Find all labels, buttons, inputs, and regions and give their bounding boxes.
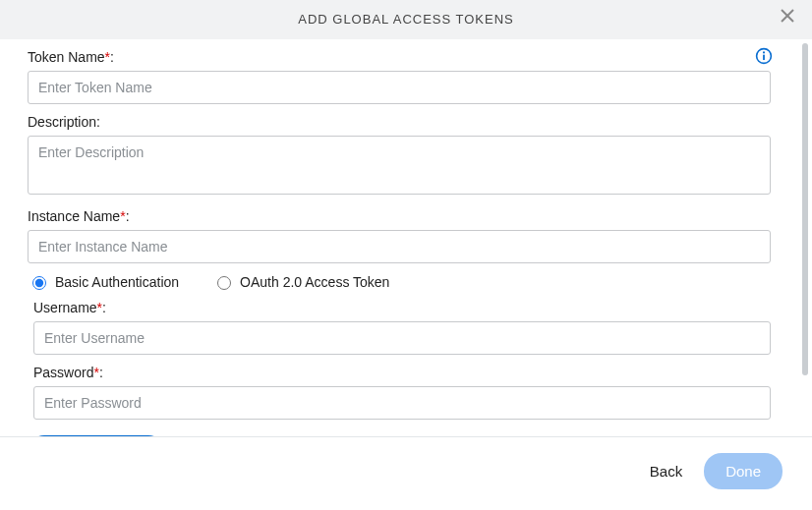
back-button[interactable]: Back (646, 457, 686, 485)
token-name-input[interactable] (28, 71, 771, 104)
instance-name-input[interactable] (28, 230, 771, 263)
username-input[interactable] (33, 321, 771, 355)
instance-name-row: Instance Name*: (28, 208, 771, 263)
form-scroll-area: Token Name*: Description: Instance Name*… (0, 39, 798, 436)
dialog-title: ADD GLOBAL ACCESS TOKENS (298, 12, 514, 27)
close-icon (780, 0, 795, 39)
password-row: Password*: (33, 365, 771, 420)
username-label: Username*: (33, 300, 771, 315)
radio-basic-auth[interactable]: Basic Authentication (28, 273, 179, 290)
dialog-header: ADD GLOBAL ACCESS TOKENS (0, 0, 812, 39)
username-row: Username*: (33, 300, 771, 355)
instance-name-label: Instance Name*: (28, 208, 771, 224)
colon: : (99, 365, 103, 380)
token-name-label-text: Token Name (28, 49, 105, 65)
colon: : (102, 300, 106, 315)
svg-rect-4 (763, 55, 765, 60)
password-label: Password*: (33, 365, 771, 380)
radio-basic-auth-input[interactable] (32, 276, 46, 290)
radio-basic-auth-label: Basic Authentication (55, 274, 179, 290)
token-name-row: Token Name*: (28, 49, 771, 104)
colon: : (110, 49, 114, 65)
instance-name-label-text: Instance Name (28, 208, 120, 224)
close-button[interactable] (773, 0, 802, 39)
password-input[interactable] (33, 386, 771, 420)
dialog-footer: Back Done (0, 436, 812, 510)
colon: : (126, 208, 130, 224)
password-label-text: Password (33, 365, 93, 380)
token-name-label: Token Name*: (28, 49, 771, 65)
radio-oauth-label: OAuth 2.0 Access Token (240, 274, 389, 290)
description-input[interactable] (28, 136, 771, 195)
auth-type-row: Basic Authentication OAuth 2.0 Access To… (28, 273, 771, 290)
radio-oauth[interactable]: OAuth 2.0 Access Token (212, 273, 389, 290)
description-label: Description: (28, 114, 771, 130)
done-button[interactable]: Done (704, 453, 783, 489)
dialog-body: Token Name*: Description: Instance Name*… (0, 39, 812, 436)
username-label-text: Username (33, 300, 97, 315)
radio-oauth-input[interactable] (217, 276, 231, 290)
add-global-access-tokens-dialog: ADD GLOBAL ACCESS TOKENS Token Name*: De… (0, 0, 812, 510)
description-row: Description: (28, 114, 771, 198)
svg-point-3 (763, 51, 765, 53)
info-icon[interactable] (755, 47, 773, 68)
vertical-scrollbar[interactable] (802, 43, 808, 375)
